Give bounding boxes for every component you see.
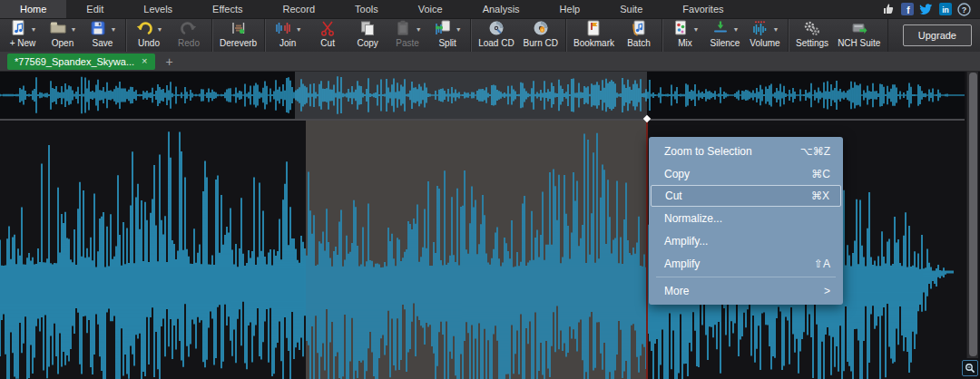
cut-scissors-icon <box>318 19 337 41</box>
nch-suite-button[interactable]: NCH Suite <box>833 19 885 52</box>
menu-item-edit[interactable]: Edit <box>66 0 123 18</box>
tab-bar: *77569_Spandex_Skywa... × + <box>0 52 980 72</box>
zoom-button[interactable] <box>962 360 978 376</box>
copy-button[interactable]: Copy <box>348 19 387 52</box>
menu-item-help[interactable]: Help <box>540 0 601 18</box>
new-tab-button[interactable]: + <box>166 54 173 69</box>
toolbar-button-label: + New <box>10 38 36 49</box>
vertical-scrollbar-thumb[interactable] <box>969 73 977 356</box>
toolbar-button-label: Cut <box>320 38 335 49</box>
save-button[interactable]: ▼Save <box>83 19 122 52</box>
cut-button[interactable]: Cut <box>308 19 348 52</box>
menu-item-analysis[interactable]: Analysis <box>463 0 540 18</box>
facebook-icon[interactable]: f <box>900 3 914 16</box>
menu-item-tools[interactable]: Tools <box>335 0 398 18</box>
tab-close-icon[interactable]: × <box>142 56 147 66</box>
context-menu-separator <box>656 277 836 277</box>
toolbar-button-label: NCH Suite <box>838 38 880 49</box>
redo-button: Redo <box>169 19 209 52</box>
dropdown-caret-icon[interactable]: ▼ <box>693 26 700 33</box>
menu-item-home[interactable]: Home <box>0 0 66 18</box>
menu-item-suite[interactable]: Suite <box>600 0 662 18</box>
dereverb-button[interactable]: Dereverb <box>215 19 261 52</box>
context-menu-item-copy[interactable]: Copy⌘C <box>649 162 843 185</box>
context-menu-item-more[interactable]: More> <box>649 279 843 302</box>
save-disk-icon <box>89 19 107 41</box>
context-menu-item-cut[interactable]: Cut⌘X <box>651 185 841 207</box>
open-button[interactable]: ▼Open <box>43 19 83 52</box>
toolbar-group: ▼Mix▼Silence▼Volume <box>662 19 789 52</box>
upgrade-button[interactable]: Upgrade <box>903 24 972 46</box>
context-menu-item-label: Cut <box>665 190 682 202</box>
toolbar-button-label: Copy <box>357 38 377 49</box>
batch-button[interactable]: Batch <box>619 19 659 52</box>
join-button[interactable]: ▼Join <box>268 19 308 52</box>
toolbar-group: Dereverb <box>212 19 265 52</box>
context-menu-item-zoom-to-selection[interactable]: Zoom to Selection⌥⌘Z <box>649 140 843 162</box>
toolbar-button-label: Settings <box>796 38 828 49</box>
vertical-scrollbar[interactable] <box>966 72 978 358</box>
svg-text:?: ? <box>962 5 967 15</box>
menu-bar: HomeEditLevelsEffectsRecordToolsVoiceAna… <box>0 0 980 19</box>
toolbar-group: ▼+ New▼Open▼Save <box>0 19 126 52</box>
dropdown-caret-icon[interactable]: ▼ <box>296 26 302 33</box>
volume-wave-icon <box>751 19 769 41</box>
dropdown-caret-icon[interactable]: ▼ <box>31 26 37 33</box>
twitter-icon[interactable] <box>919 3 933 16</box>
dropdown-caret-icon[interactable]: ▼ <box>733 26 740 33</box>
menu-item-favorites[interactable]: Favorites <box>662 0 743 18</box>
toolbar-button-label: Burn CD <box>524 38 558 49</box>
menu-item-record[interactable]: Record <box>263 0 335 18</box>
dropdown-caret-icon[interactable]: ▼ <box>456 26 462 33</box>
dropdown-caret-icon[interactable]: ▼ <box>773 26 779 33</box>
volume-button[interactable]: ▼Volume <box>745 19 785 52</box>
undo-button[interactable]: ▼Undo <box>129 19 169 52</box>
dropdown-caret-icon[interactable]: ▼ <box>71 26 77 33</box>
split-button[interactable]: ▼Split <box>427 19 467 52</box>
toolbar-button-label: Open <box>52 38 74 49</box>
document-tab[interactable]: *77569_Spandex_Skywa... × <box>7 53 155 70</box>
burn-cd-button[interactable]: Burn CD <box>519 19 563 52</box>
context-menu-item-label: Copy <box>664 168 690 180</box>
context-menu-item-shortcut: ⌥⌘Z <box>800 145 830 158</box>
dropdown-caret-icon[interactable]: ▼ <box>111 26 117 33</box>
open-folder-icon <box>49 19 67 41</box>
menu-item-voice[interactable]: Voice <box>398 0 463 18</box>
toolbar-button-label: Dereverb <box>220 38 257 49</box>
dereverb-icon <box>230 19 248 41</box>
playback-cursor-line[interactable] <box>646 121 648 379</box>
new-button[interactable]: ▼+ New <box>3 19 43 52</box>
context-menu-item-amplify[interactable]: Amplify... <box>649 229 843 252</box>
mix-button[interactable]: ▼Mix <box>665 19 705 52</box>
toolbar-button-label: Join <box>279 38 296 49</box>
thumbs-up-icon[interactable] <box>881 3 895 16</box>
menu-item-levels[interactable]: Levels <box>123 0 192 18</box>
paste-button: ▼Paste <box>387 19 427 52</box>
context-menu-item-label: More <box>664 285 689 297</box>
join-waves-icon <box>274 19 292 41</box>
toolbar-group: BookmarkBatch <box>566 19 662 52</box>
toolbar-button-label: Split <box>438 38 456 49</box>
context-menu-item-normalize[interactable]: Normalize... <box>649 207 843 229</box>
menu-item-effects[interactable]: Effects <box>192 0 262 18</box>
paste-clipboard-icon <box>394 19 412 41</box>
load-cd-button[interactable]: Load CD <box>474 19 518 52</box>
toolbar-button-label: Batch <box>627 38 651 49</box>
dropdown-caret-icon[interactable]: ▼ <box>157 26 163 33</box>
context-menu-item-amplify[interactable]: Amplify⇧A <box>649 252 843 275</box>
toolbar-button-label: Bookmark <box>573 38 614 49</box>
toolbar-button-label: Undo <box>138 38 160 49</box>
waveform-overview[interactable] <box>0 72 965 121</box>
settings-button[interactable]: Settings <box>791 19 833 52</box>
silence-button[interactable]: ▼Silence <box>705 19 745 52</box>
toolbar-button-label: Redo <box>178 38 200 49</box>
bookmark-button[interactable]: Bookmark <box>569 19 619 52</box>
toolbar: ▼+ New▼Open▼Save▼UndoRedoDereverb▼JoinCu… <box>0 19 980 52</box>
split-wave-icon <box>434 19 452 41</box>
linkedin-icon[interactable]: in <box>938 3 952 16</box>
bookmark-flag-icon <box>584 19 603 41</box>
toolbar-button-label: Save <box>93 38 113 49</box>
dropdown-caret-icon[interactable]: ▼ <box>416 26 422 33</box>
context-menu-item-shortcut: ⌘X <box>811 190 829 202</box>
help-icon[interactable]: ? <box>957 3 971 16</box>
